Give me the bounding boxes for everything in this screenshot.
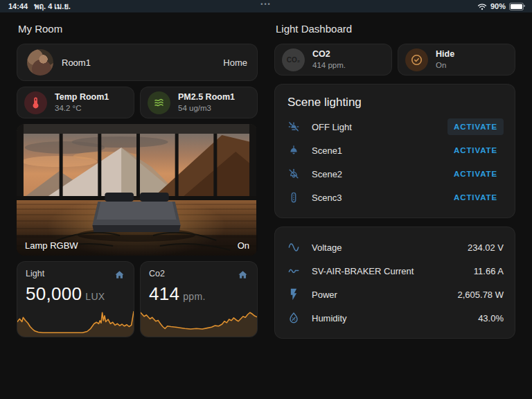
scene-row-scene2[interactable]: Scene2 ACTIVATE <box>286 162 504 186</box>
person-card-room1[interactable]: Room1 Home <box>17 44 258 81</box>
entity-label: Voltage <box>312 242 457 253</box>
temp-sensor-value: 34.2 °C <box>55 103 109 114</box>
co2-glyph: CO₂ <box>287 56 300 64</box>
light-sensor-card[interactable]: Light 50,000LUX <box>17 261 134 337</box>
battery-icon <box>509 3 524 10</box>
water-percent-icon <box>286 311 301 325</box>
battery-percent: 90% <box>490 2 506 10</box>
home-icon <box>237 269 249 283</box>
person-name: Room1 <box>62 57 215 68</box>
entity-row-power[interactable]: Power 2,605.78 W <box>286 283 504 306</box>
check-circle-icon <box>405 48 428 71</box>
entity-row-humidity[interactable]: Humidity 43.0% <box>286 306 504 330</box>
entity-row-current[interactable]: SV-AIR-BRAKER Current 11.66 A <box>286 259 504 283</box>
entity-value: 11.66 A <box>474 266 504 276</box>
entity-label: SV-AIR-BRAKER Current <box>312 266 463 276</box>
lamp-state: On <box>238 240 249 251</box>
co2-icon: CO₂ <box>282 48 305 71</box>
activate-off-light-button[interactable]: ACTIVATE <box>447 118 504 135</box>
hide-chip-name: Hide <box>436 48 454 60</box>
light-sensor-name: Light <box>26 269 44 278</box>
entity-value: 43.0% <box>478 313 504 323</box>
current-ac-icon <box>286 264 301 278</box>
scene-card-title: Scene lighting <box>287 96 504 109</box>
left-column-title: My Room <box>18 23 258 35</box>
avatar <box>27 49 53 76</box>
co2-sensor-name: Co2 <box>149 269 165 278</box>
lamp-picture-card[interactable]: Lamp RGBW On <box>17 124 258 256</box>
pm25-sensor-value: 54 ug/m3 <box>178 103 235 114</box>
scene-row-scene1[interactable]: Scene1 ACTIVATE <box>286 139 504 162</box>
scene-label: Scene2 <box>312 169 437 179</box>
activate-scene2-button[interactable]: ACTIVATE <box>447 166 504 182</box>
flash-icon <box>286 287 301 301</box>
light-value: 50,000 <box>26 283 82 304</box>
status-date: พฤ. 4 เม.ย. <box>34 0 71 12</box>
entity-row-voltage[interactable]: Voltage 234.02 V <box>286 236 504 259</box>
power-entities-card: Voltage 234.02 V SV-AIR-BRAKER Current 1… <box>274 227 515 339</box>
my-room-column: My Room Room1 Home Temp Room1 34.2 °C <box>17 12 258 339</box>
temp-sensor-card[interactable]: Temp Room1 34.2 °C <box>17 87 134 118</box>
led-strip-icon <box>286 190 301 204</box>
light-dashboard-column: Light Dashboard CO₂ CO2 414 ppm. Hi <box>274 12 515 339</box>
right-column-title: Light Dashboard <box>276 23 515 35</box>
lamp-name: Lamp RGBW <box>25 240 78 251</box>
scene-row-off-light[interactable]: OFF Light ACTIVATE <box>286 115 504 139</box>
thermometer-icon <box>24 91 47 114</box>
pm25-sensor-card[interactable]: PM2.5 Room1 54 ug/m3 <box>140 87 258 118</box>
scene-label: OFF Light <box>312 122 437 132</box>
scene-label: Scenc3 <box>312 193 437 203</box>
scene-label: Scene1 <box>312 145 437 156</box>
temp-sensor-name: Temp Room1 <box>55 91 109 103</box>
pm25-sensor-name: PM2.5 Room1 <box>178 91 235 103</box>
home-icon <box>114 269 125 283</box>
co2-sparkline <box>141 306 257 337</box>
lamp-off-icon <box>286 120 301 134</box>
ceiling-light-icon <box>286 143 301 157</box>
entity-label: Power <box>312 290 447 300</box>
activate-scene1-button[interactable]: ACTIVATE <box>447 142 504 159</box>
co2-chip-state: 414 ppm. <box>312 60 346 71</box>
activate-scenc3-button[interactable]: ACTIVATE <box>447 189 504 206</box>
air-filter-icon <box>148 91 170 114</box>
light-unit: LUX <box>85 291 105 302</box>
co2-sensor-card[interactable]: Co2 414ppm. <box>140 261 258 337</box>
lamp-caption-bar: Lamp RGBW On <box>17 235 258 256</box>
ceiling-light-off-icon <box>286 167 301 181</box>
scene-row-scenc3[interactable]: Scenc3 ACTIVATE <box>286 186 504 209</box>
clock: 14:44 <box>8 2 28 10</box>
multitask-dots: ••• <box>260 1 271 8</box>
sine-wave-icon <box>286 240 301 254</box>
co2-unit: ppm. <box>183 291 205 302</box>
entity-label: Humidity <box>312 313 468 323</box>
entity-value: 234.02 V <box>468 242 504 253</box>
scene-lighting-card: Scene lighting OFF Light ACTIVATE <box>274 84 515 218</box>
co2-value: 414 <box>149 283 179 304</box>
hide-toggle-card[interactable]: Hide On <box>398 44 515 76</box>
co2-chip-card[interactable]: CO₂ CO2 414 ppm. <box>274 44 392 76</box>
hide-chip-state: On <box>436 60 454 71</box>
light-sparkline <box>17 306 134 337</box>
wifi-icon <box>477 3 487 10</box>
entity-value: 2,605.78 W <box>458 290 504 300</box>
person-state: Home <box>223 57 247 68</box>
status-bar: 14:44 พฤ. 4 เม.ย. ••• 90% <box>0 0 532 12</box>
co2-chip-name: CO2 <box>312 48 346 60</box>
